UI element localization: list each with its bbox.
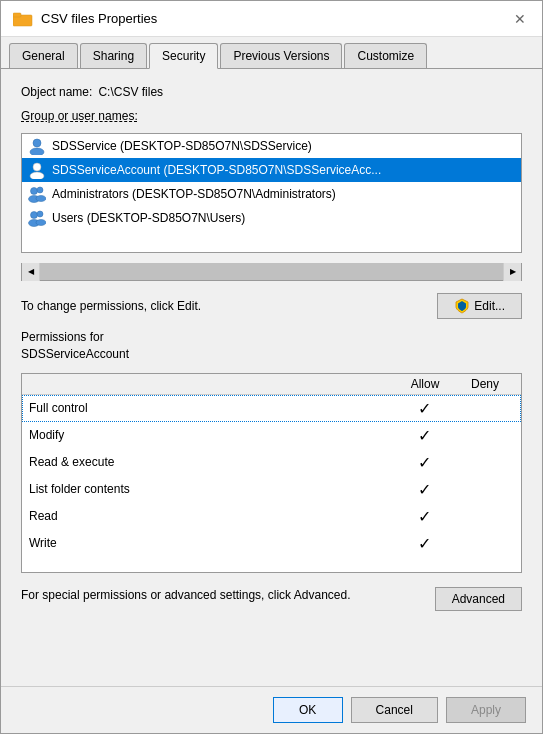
svg-point-2 bbox=[33, 139, 41, 147]
users-list-container: SDSService (DESKTOP-SD85O7N\SDSService) … bbox=[21, 133, 522, 253]
window-title: CSV files Properties bbox=[41, 11, 157, 26]
edit-button[interactable]: Edit... bbox=[437, 293, 522, 319]
scroll-right-arrow[interactable]: ▶ bbox=[503, 263, 521, 281]
svg-point-3 bbox=[30, 148, 44, 155]
tab-general[interactable]: General bbox=[9, 43, 78, 68]
advanced-row: For special permissions or advanced sett… bbox=[21, 587, 522, 611]
svg-point-6 bbox=[31, 188, 38, 195]
user-icon bbox=[28, 137, 46, 155]
horizontal-scrollbar[interactable]: ◀ ▶ bbox=[21, 263, 522, 281]
perm-row-modify[interactable]: Modify ✓ bbox=[22, 422, 521, 449]
group-label-row: Group or user names: bbox=[21, 109, 522, 123]
perm-name: Modify bbox=[29, 428, 394, 442]
tab-customize[interactable]: Customize bbox=[344, 43, 427, 68]
advanced-text: For special permissions or advanced sett… bbox=[21, 587, 425, 604]
perm-row-read-execute[interactable]: Read & execute ✓ bbox=[22, 449, 521, 476]
properties-window: CSV files Properties ✕ General Sharing S… bbox=[0, 0, 543, 734]
change-perms-row: To change permissions, click Edit. Edit.… bbox=[21, 293, 522, 319]
perm-allow-check: ✓ bbox=[394, 534, 454, 553]
list-item[interactable]: SDSService (DESKTOP-SD85O7N\SDSService) bbox=[22, 134, 521, 158]
deny-col-header: Deny bbox=[455, 377, 515, 391]
shield-icon bbox=[454, 298, 470, 314]
user-name: SDSService (DESKTOP-SD85O7N\SDSService) bbox=[52, 139, 312, 153]
folder-icon bbox=[13, 11, 33, 27]
advanced-button[interactable]: Advanced bbox=[435, 587, 522, 611]
perm-name: Read & execute bbox=[29, 455, 394, 469]
perm-allow-check: ✓ bbox=[394, 453, 454, 472]
user-icon bbox=[28, 161, 46, 179]
perm-name: Read bbox=[29, 509, 394, 523]
svg-rect-1 bbox=[13, 13, 21, 17]
svg-point-8 bbox=[37, 187, 43, 193]
apply-button[interactable]: Apply bbox=[446, 697, 526, 723]
perms-col-header bbox=[28, 377, 395, 391]
tab-sharing[interactable]: Sharing bbox=[80, 43, 147, 68]
perm-row-read[interactable]: Read ✓ bbox=[22, 503, 521, 530]
perms-list[interactable]: Full control ✓ Modify ✓ Read & execute ✓… bbox=[22, 395, 521, 572]
users-list[interactable]: SDSService (DESKTOP-SD85O7N\SDSService) … bbox=[22, 134, 521, 252]
list-item[interactable]: Users (DESKTOP-SD85O7N\Users) bbox=[22, 206, 521, 230]
object-name-label: Object name: bbox=[21, 85, 92, 99]
list-item[interactable]: SDSServiceAccount (DESKTOP-SD85O7N\SDSSe… bbox=[22, 158, 521, 182]
user-name: Administrators (DESKTOP-SD85O7N\Administ… bbox=[52, 187, 336, 201]
svg-point-5 bbox=[30, 172, 44, 179]
perm-row-full-control[interactable]: Full control ✓ bbox=[22, 395, 521, 422]
user-name: SDSServiceAccount (DESKTOP-SD85O7N\SDSSe… bbox=[52, 163, 381, 177]
scroll-left-arrow[interactable]: ◀ bbox=[22, 263, 40, 281]
group-label: Group or user names: bbox=[21, 109, 138, 123]
title-bar: CSV files Properties ✕ bbox=[1, 1, 542, 37]
object-name-value: C:\CSV files bbox=[98, 85, 163, 99]
perm-allow-check: ✓ bbox=[394, 480, 454, 499]
edit-label: Edit... bbox=[474, 299, 505, 313]
perm-allow-check: ✓ bbox=[394, 507, 454, 526]
perm-allow-check: ✓ bbox=[394, 399, 454, 418]
tab-bar: General Sharing Security Previous Versio… bbox=[1, 37, 542, 69]
perms-label-text: Permissions for SDSServiceAccount bbox=[21, 330, 129, 361]
change-perms-text: To change permissions, click Edit. bbox=[21, 299, 201, 313]
main-content: Object name: C:\CSV files Group or user … bbox=[1, 69, 542, 686]
perm-row-write[interactable]: Write ✓ bbox=[22, 530, 521, 557]
allow-col-header: Allow bbox=[395, 377, 455, 391]
user-name: Users (DESKTOP-SD85O7N\Users) bbox=[52, 211, 245, 225]
scroll-track bbox=[40, 263, 503, 280]
perm-name: Full control bbox=[29, 401, 394, 415]
list-item[interactable]: Administrators (DESKTOP-SD85O7N\Administ… bbox=[22, 182, 521, 206]
perms-header: Allow Deny bbox=[22, 374, 521, 395]
ok-button[interactable]: OK bbox=[273, 697, 343, 723]
perm-allow-check: ✓ bbox=[394, 426, 454, 445]
object-name-row: Object name: C:\CSV files bbox=[21, 85, 522, 99]
cancel-button[interactable]: Cancel bbox=[351, 697, 438, 723]
perm-name: List folder contents bbox=[29, 482, 394, 496]
perms-for-label: Permissions for SDSServiceAccount bbox=[21, 329, 522, 363]
spacer bbox=[21, 621, 522, 670]
users-icon bbox=[28, 185, 46, 203]
perm-row-list-folder[interactable]: List folder contents ✓ bbox=[22, 476, 521, 503]
svg-point-13 bbox=[36, 220, 46, 226]
tab-previous-versions[interactable]: Previous Versions bbox=[220, 43, 342, 68]
perm-name: Write bbox=[29, 536, 394, 550]
users-icon bbox=[28, 209, 46, 227]
permissions-table: Allow Deny Full control ✓ Modify ✓ Read … bbox=[21, 373, 522, 573]
close-button[interactable]: ✕ bbox=[510, 9, 530, 29]
svg-point-12 bbox=[37, 211, 43, 217]
svg-point-4 bbox=[33, 163, 41, 171]
svg-point-10 bbox=[31, 212, 38, 219]
svg-point-9 bbox=[36, 196, 46, 202]
tab-security[interactable]: Security bbox=[149, 43, 218, 69]
title-bar-left: CSV files Properties bbox=[13, 11, 157, 27]
footer: OK Cancel Apply bbox=[1, 686, 542, 733]
